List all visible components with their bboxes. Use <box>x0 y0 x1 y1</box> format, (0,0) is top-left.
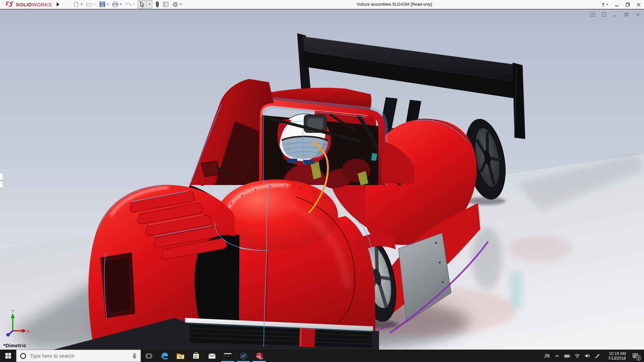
undo-button[interactable] <box>124 1 136 8</box>
feature-panel-tab[interactable] <box>0 173 3 188</box>
file-explorer-icon <box>176 352 185 360</box>
pane-right-icon[interactable] <box>602 12 606 17</box>
action-center-button[interactable]: 2 <box>629 350 642 362</box>
command-prompt-icon: C:\ <box>223 352 232 360</box>
printer-icon <box>112 1 118 7</box>
mail-icon <box>208 352 216 360</box>
doc-restore-icon[interactable] <box>624 12 629 17</box>
hexagon-app-button[interactable] <box>235 350 251 362</box>
taskbar-left: C:\ SW 2017 <box>0 350 267 362</box>
options-button[interactable] <box>171 1 183 8</box>
battery-button[interactable] <box>563 350 572 362</box>
people-button[interactable] <box>543 350 551 362</box>
file-properties-button[interactable] <box>162 1 170 8</box>
brand-text: SOLIDWORKS <box>16 2 52 7</box>
network-button[interactable] <box>573 350 582 362</box>
task-view-icon <box>146 353 152 359</box>
tray-overflow-button[interactable] <box>553 350 561 362</box>
main-toolbar <box>72 0 183 9</box>
solidworks-logo: SOLIDWORKS <box>0 0 52 9</box>
triad-x-label: X <box>27 329 29 334</box>
view-orientation-label: *Dimetric <box>3 343 26 348</box>
solidworks-app-button[interactable]: SW 2017 <box>251 350 267 362</box>
graphics-viewport[interactable]: Y X *Dimetric <box>0 9 644 350</box>
start-button[interactable] <box>0 350 16 362</box>
orientation-triad[interactable]: Y X <box>5 309 29 337</box>
windows-ink-button[interactable] <box>593 350 602 362</box>
undo-arrow-icon <box>125 2 131 7</box>
task-view-button[interactable] <box>141 350 157 362</box>
edge-button[interactable] <box>157 350 172 362</box>
open-folder-icon <box>86 1 93 7</box>
document-window-controls <box>590 12 640 17</box>
select-cursor-icon <box>140 1 145 7</box>
save-floppy-icon <box>99 1 105 7</box>
volume-button[interactable] <box>583 350 592 362</box>
hexagon-app-icon <box>239 352 248 360</box>
clock-time: 10:19 AM <box>603 351 626 356</box>
taskbar-search[interactable] <box>16 350 141 362</box>
help-button[interactable]: ? <box>601 2 608 7</box>
close-icon <box>637 3 641 7</box>
print-button[interactable] <box>111 1 123 8</box>
svg-text:2017: 2017 <box>259 358 263 360</box>
windows-taskbar: C:\ SW 2017 <box>0 350 644 362</box>
search-input[interactable] <box>30 353 128 359</box>
menu-flyout-arrow-icon[interactable] <box>57 2 59 6</box>
new-document-icon <box>73 1 79 7</box>
select-tool-button[interactable] <box>138 0 152 8</box>
pane-left-icon[interactable] <box>590 12 595 17</box>
command-prompt-button[interactable]: C:\ <box>220 350 235 362</box>
minimize-button[interactable] <box>615 3 619 7</box>
doc-close-icon[interactable] <box>636 12 640 17</box>
panel-tab-grip-icon <box>1 180 2 181</box>
restore-icon <box>626 2 630 7</box>
gear-icon <box>172 1 178 8</box>
save-button[interactable] <box>98 1 110 8</box>
open-document-button[interactable] <box>85 1 97 8</box>
solidworks-window: SOLIDWORKS <box>0 0 644 362</box>
restore-button[interactable] <box>626 2 630 7</box>
solidworks-2017-icon: SW 2017 <box>255 351 264 360</box>
people-icon <box>544 353 550 359</box>
document-title: Voiture assomblee.SLDASM [Read-only] <box>357 2 432 7</box>
store-icon <box>192 352 200 360</box>
window-controls: ? <box>601 0 641 9</box>
clock-date: 7/13/2018 <box>603 356 626 361</box>
rebuild-traffic-light-icon <box>155 1 159 8</box>
new-document-button[interactable] <box>72 1 84 8</box>
edge-icon <box>160 352 169 360</box>
title-bar: SOLIDWORKS <box>0 0 644 9</box>
notification-badge: 2 <box>636 355 641 361</box>
battery-charging-icon <box>564 354 571 358</box>
windows-start-icon <box>5 353 11 359</box>
file-properties-icon <box>163 1 169 7</box>
ds-3s-logo-icon <box>5 1 14 8</box>
pen-icon <box>595 353 600 359</box>
store-button[interactable] <box>188 350 204 362</box>
system-tray: 10:19 AM 7/13/2018 2 <box>543 350 644 362</box>
model-scene-race-car[interactable] <box>0 9 644 350</box>
select-tool-dropdown[interactable] <box>146 1 152 8</box>
microphone-icon[interactable] <box>132 353 137 359</box>
mail-button[interactable] <box>204 350 220 362</box>
triad-y-label: Y <box>11 309 14 314</box>
rebuild-button[interactable] <box>154 1 160 8</box>
taskbar-clock[interactable]: 10:19 AM 7/13/2018 <box>603 351 627 361</box>
wifi-icon <box>574 354 580 358</box>
file-explorer-button[interactable] <box>172 350 188 362</box>
close-button[interactable] <box>637 3 641 7</box>
doc-minimize-icon[interactable] <box>613 12 618 17</box>
minimize-icon <box>615 3 619 7</box>
speaker-icon <box>585 353 590 358</box>
chevron-up-icon <box>555 354 559 358</box>
cortana-icon <box>20 353 26 359</box>
